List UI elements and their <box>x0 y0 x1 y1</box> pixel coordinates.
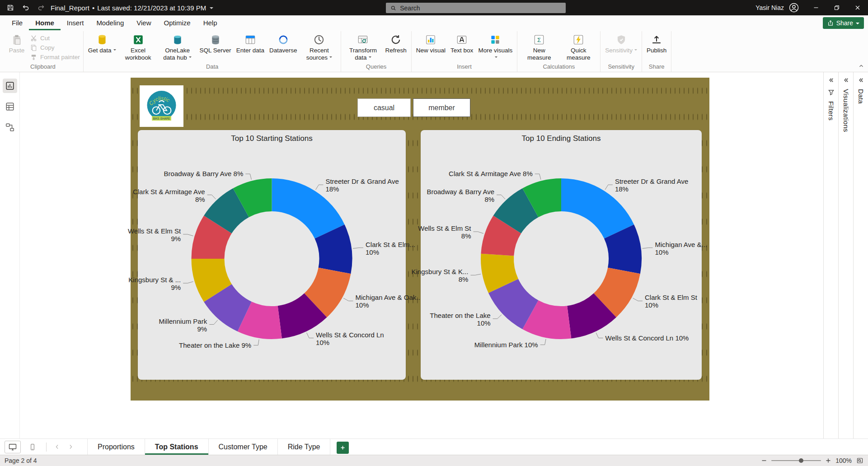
starting-stations-chart[interactable]: Top 10 Starting Stations Streeter Dr & G… <box>138 130 406 380</box>
mobile-layout-button[interactable] <box>24 441 41 453</box>
cut-icon <box>30 34 38 42</box>
report-page[interactable]: Cyclistic BIKE-SHARE casual member Top 1… <box>131 78 709 401</box>
copy-button[interactable]: Copy <box>30 44 80 51</box>
avatar[interactable] <box>788 2 799 13</box>
text-box-button[interactable]: Text box <box>448 31 475 55</box>
donut-label: Michigan Ave & Oak...10% <box>356 294 422 309</box>
save-button[interactable] <box>4 1 17 14</box>
sensitivity-button[interactable]: Sensitivity <box>603 31 639 55</box>
search-input[interactable] <box>400 5 561 12</box>
paste-button[interactable]: Paste <box>5 31 28 55</box>
collapse-ribbon-button[interactable] <box>858 63 864 69</box>
ribbon-group-share: Publish Share <box>642 31 671 72</box>
slicer-button-member[interactable]: member <box>413 98 470 117</box>
share-button[interactable]: Share <box>823 17 864 29</box>
donut-label: Wells St & Concord Ln10% <box>316 331 384 346</box>
logo-tagline-text: BIKE-SHARE <box>153 117 170 120</box>
plus-icon <box>826 458 831 463</box>
new-measure-icon: Σ <box>533 33 545 46</box>
phone-icon <box>28 443 37 451</box>
more-visuals-button[interactable]: More visuals <box>476 31 515 62</box>
table-view-button[interactable] <box>3 99 17 114</box>
donut-label: Broadway & Barry Ave 8% <box>164 170 244 177</box>
format-painter-button[interactable]: Format painter <box>30 53 80 61</box>
donut-label: Wells St & Elm St9% <box>128 227 181 242</box>
last-saved-text: Last saved: 12/21/2023 at 10:39 PM <box>97 4 206 12</box>
desktop-layout-button[interactable] <box>5 441 21 453</box>
previous-page-button[interactable] <box>52 441 62 453</box>
sql-server-button[interactable]: SQL Server <box>197 31 234 55</box>
dataverse-button[interactable]: Dataverse <box>267 31 300 55</box>
expand-pane-icon[interactable] <box>828 77 835 84</box>
ending-stations-donut: Streeter Dr & Grand Ave18%Michigan Ave &… <box>421 130 702 380</box>
onelake-data-hub-button[interactable]: OneLake data hub <box>158 31 197 62</box>
menu-modeling[interactable]: Modeling <box>90 15 130 30</box>
undo-button[interactable] <box>19 1 33 14</box>
publish-button[interactable]: Publish <box>644 31 669 55</box>
refresh-button[interactable]: Refresh <box>383 31 408 55</box>
quick-measure-button[interactable]: Quick measure <box>559 31 598 62</box>
new-visual-button[interactable]: New visual <box>414 31 448 55</box>
label-leader-line <box>633 298 643 301</box>
label-leader-line <box>343 298 353 301</box>
get-data-button[interactable]: Get data <box>86 31 118 55</box>
statusbar: Page 2 of 4 100% <box>0 455 868 466</box>
ribbon-group-sensitivity: Sensitivity Sensitivity <box>601 31 642 72</box>
maximize-button[interactable] <box>826 0 847 15</box>
transform-data-button[interactable]: Transform data <box>343 31 382 62</box>
menu-view[interactable]: View <box>130 15 157 30</box>
document-title[interactable]: Final_Report • Last saved: 12/21/2023 at… <box>51 4 213 12</box>
model-view-button[interactable] <box>3 120 17 135</box>
tab-ride-type[interactable]: Ride Type <box>278 439 331 455</box>
expand-pane-icon[interactable] <box>858 77 864 84</box>
donut-label: Clark St & Elm...10% <box>366 241 415 256</box>
chevron-down-icon[interactable] <box>210 7 213 11</box>
redo-button[interactable] <box>34 1 48 14</box>
slicer-button-casual[interactable]: casual <box>357 98 411 117</box>
recent-sources-button[interactable]: Recent sources <box>300 31 338 62</box>
search-box[interactable] <box>386 3 566 13</box>
cut-button[interactable]: Cut <box>30 34 80 42</box>
enter-data-button[interactable]: Enter data <box>234 31 267 55</box>
svg-text:Σ: Σ <box>537 36 541 43</box>
zoom-slider[interactable] <box>771 460 821 461</box>
report-canvas[interactable]: Cyclistic BIKE-SHARE casual member Top 1… <box>20 72 823 438</box>
filters-pane-collapsed[interactable]: Filters <box>823 72 838 438</box>
get-data-icon <box>96 33 108 46</box>
add-page-button[interactable] <box>337 442 349 454</box>
zoom-in-button[interactable] <box>826 458 831 463</box>
new-measure-button[interactable]: Σ New measure <box>520 31 558 62</box>
donut-label: Clark St & Armitage Ave 8% <box>449 170 533 177</box>
fit-to-page-button[interactable] <box>856 457 863 464</box>
menu-help[interactable]: Help <box>197 15 224 30</box>
visualizations-pane-collapsed[interactable]: Visualizations <box>838 72 853 438</box>
excel-workbook-button[interactable]: Excel workbook <box>119 31 158 62</box>
tab-customer-type[interactable]: Customer Type <box>209 439 278 455</box>
donut-label: Millennium Park 10% <box>474 341 538 349</box>
cyclistic-logo[interactable]: Cyclistic BIKE-SHARE <box>140 85 183 127</box>
user-name: Yasir Niaz <box>755 4 784 11</box>
donut-label: Kingsbury St & K...8% <box>412 268 469 283</box>
next-page-button[interactable] <box>66 441 75 453</box>
menu-insert[interactable]: Insert <box>61 15 90 30</box>
donut-label: Wells St & Elm St8% <box>418 224 471 240</box>
label-leader-line <box>535 174 541 180</box>
minimize-button[interactable] <box>806 0 826 15</box>
close-button[interactable] <box>847 0 868 15</box>
donut-label: Wells St & Concord Ln 10% <box>605 334 689 342</box>
titlebar-right: Yasir Niaz <box>755 0 868 15</box>
zoom-out-button[interactable] <box>761 458 767 463</box>
expand-pane-icon[interactable] <box>843 77 849 84</box>
share-label: Share <box>836 19 853 27</box>
menu-optimize[interactable]: Optimize <box>158 15 197 30</box>
data-pane-collapsed[interactable]: Data <box>853 72 868 438</box>
report-view-button[interactable] <box>3 79 17 93</box>
ribbon: Paste Cut Copy <box>0 30 868 72</box>
zoom-slider-thumb[interactable] <box>799 458 803 463</box>
tab-top-stations[interactable]: Top Stations <box>145 439 209 455</box>
menu-file[interactable]: File <box>5 15 29 30</box>
tab-proportions[interactable]: Proportions <box>88 439 145 455</box>
menu-home[interactable]: Home <box>29 15 61 30</box>
ending-stations-chart[interactable]: Top 10 Ending Stations Streeter Dr & Gra… <box>421 130 702 380</box>
page-tabs: Proportions Top Stations Customer Type R… <box>87 439 330 455</box>
